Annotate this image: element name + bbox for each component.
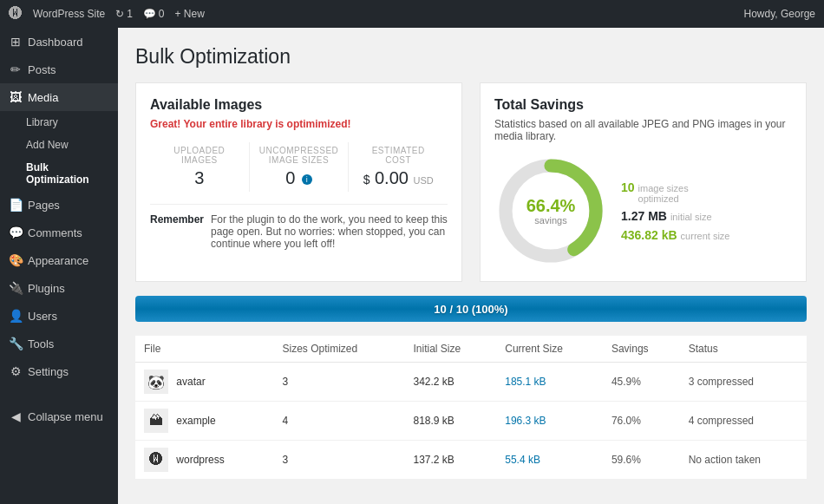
sidebar-media-submenu: Library Add New Bulk Optimization bbox=[0, 111, 118, 191]
sidebar-item-pages[interactable]: 📄 Pages bbox=[0, 191, 118, 219]
cell-status: No action taken bbox=[680, 441, 807, 480]
sidebar-item-label: Plugins bbox=[28, 282, 65, 295]
cell-initial-size: 342.2 kB bbox=[405, 363, 497, 402]
available-images-success: Great! Your entire library is optimimize… bbox=[150, 118, 448, 130]
dashboard-icon: ⊞ bbox=[9, 35, 23, 49]
uncompressed-stat: UNCOMPRESSEDIMAGE SIZES 0 i bbox=[250, 142, 350, 192]
sidebar-subitem-add-new[interactable]: Add New bbox=[0, 134, 118, 156]
sidebar-item-label: Media bbox=[28, 91, 58, 104]
initial-size-row: 1.27 MB initial size bbox=[621, 209, 729, 223]
current-size-desc: current size bbox=[681, 231, 730, 241]
cell-file: 🏔 example bbox=[135, 402, 274, 441]
col-sizes-optimized: Sizes Optimized bbox=[274, 336, 405, 363]
cell-sizes-optimized: 3 bbox=[274, 441, 405, 480]
table-header: File Sizes Optimized Initial Size Curren… bbox=[135, 336, 807, 363]
sidebar-item-tools[interactable]: 🔧 Tools bbox=[0, 330, 118, 357]
col-initial-size: Initial Size bbox=[405, 336, 497, 363]
uploaded-images-stat: UPLOADEDIMAGES 3 bbox=[150, 142, 250, 192]
total-savings-subtext: Statistics based on all available JPEG a… bbox=[494, 118, 792, 142]
sidebar-item-settings[interactable]: ⚙ Settings bbox=[0, 357, 118, 385]
col-status: Status bbox=[680, 336, 807, 363]
tools-icon: 🔧 bbox=[9, 337, 23, 350]
sidebar-item-label: Dashboard bbox=[28, 36, 83, 49]
total-savings-panel: Total Savings Statistics based on all av… bbox=[480, 82, 807, 282]
col-current-size: Current Size bbox=[496, 336, 603, 363]
progress-text: 10 / 10 (100%) bbox=[434, 303, 507, 316]
comments-bubble-icon: 💬 bbox=[143, 8, 156, 20]
site-name[interactable]: WordPress Site bbox=[33, 8, 105, 20]
comments-icon: 💬 bbox=[9, 226, 23, 239]
appearance-icon: 🎨 bbox=[9, 253, 23, 267]
progress-bar: 10 / 10 (100%) bbox=[135, 296, 807, 322]
col-file: File bbox=[135, 336, 274, 363]
sidebar-item-users[interactable]: 👤 Users bbox=[0, 302, 118, 330]
sidebar-item-label: Posts bbox=[28, 63, 56, 76]
sidebar-item-posts[interactable]: ✏ Posts bbox=[0, 56, 118, 83]
sidebar-item-appearance[interactable]: 🎨 Appearance bbox=[0, 246, 118, 274]
cell-savings: 76.0% bbox=[603, 402, 680, 441]
table-row: 🏔 example 4 818.9 kB 196.3 kB 76.0% 4 co… bbox=[135, 402, 807, 441]
image-stats-row: UPLOADEDIMAGES 3 UNCOMPRESSEDIMAGE SIZES… bbox=[150, 142, 448, 192]
remember-row: Remember For the plugin to do the work, … bbox=[150, 204, 448, 250]
sidebar: ⊞ Dashboard ✏ Posts 🖼 Media Library Add … bbox=[0, 28, 118, 504]
updates-item[interactable]: ↻ 1 bbox=[115, 8, 133, 20]
cell-current-size: 185.1 kB bbox=[496, 363, 603, 402]
collapse-icon: ◀ bbox=[9, 409, 23, 423]
file-name: avatar bbox=[176, 376, 205, 388]
available-images-panel: Available Images Great! Your entire libr… bbox=[135, 82, 462, 282]
cell-initial-size: 137.2 kB bbox=[405, 441, 497, 480]
col-savings: Savings bbox=[603, 336, 680, 363]
sidebar-item-comments[interactable]: 💬 Comments bbox=[0, 219, 118, 246]
wp-logo-icon: 🅦 bbox=[9, 6, 23, 22]
available-images-heading: Available Images bbox=[150, 97, 448, 113]
estimated-cost-value: $ 0.00 USD bbox=[356, 168, 441, 188]
sidebar-collapse-button[interactable]: ◀ Collapse menu bbox=[0, 403, 118, 430]
sizes-optimized-value: 10 bbox=[621, 180, 635, 194]
media-icon: 🖼 bbox=[9, 90, 23, 104]
cell-file: 🐼 avatar bbox=[135, 363, 274, 402]
table-row: 🅦 wordpress 3 137.2 kB 55.4 kB 59.6% No … bbox=[135, 441, 807, 480]
cell-status: 4 compressed bbox=[680, 402, 807, 441]
sidebar-item-label: Settings bbox=[28, 365, 69, 378]
sidebar-item-label: Users bbox=[28, 310, 57, 323]
comments-item[interactable]: 💬 0 bbox=[143, 8, 165, 20]
optimization-table: File Sizes Optimized Initial Size Curren… bbox=[135, 336, 807, 480]
sidebar-item-label: Appearance bbox=[28, 254, 88, 267]
new-button[interactable]: + New bbox=[175, 8, 205, 20]
donut-label: savings bbox=[526, 215, 576, 226]
pages-icon: 📄 bbox=[9, 198, 23, 212]
topbar: 🅦 WordPress Site ↻ 1 💬 0 + New Howdy, Ge… bbox=[0, 0, 824, 28]
page-title: Bulk Optimization bbox=[135, 45, 807, 69]
remember-text: For the plugin to do the work, you need … bbox=[211, 213, 448, 250]
sidebar-item-dashboard[interactable]: ⊞ Dashboard bbox=[0, 28, 118, 56]
cell-status: 3 compressed bbox=[680, 363, 807, 402]
sidebar-subitem-library[interactable]: Library bbox=[0, 111, 118, 134]
sizes-optimized-desc: image sizesoptimized bbox=[638, 183, 689, 204]
savings-numbers: 10 image sizesoptimized 1.27 MB initial … bbox=[621, 180, 729, 242]
info-icon[interactable]: i bbox=[302, 174, 312, 185]
file-thumb-icon: 🐼 bbox=[144, 370, 168, 394]
uncompressed-value: 0 i bbox=[257, 168, 342, 188]
cell-file: 🅦 wordpress bbox=[135, 441, 274, 480]
donut-percentage: 66.4% bbox=[526, 196, 576, 215]
estimated-cost-label: ESTIMATEDCOST bbox=[356, 146, 441, 165]
posts-icon: ✏ bbox=[9, 62, 23, 76]
updates-icon: ↻ bbox=[115, 8, 124, 20]
uncompressed-label: UNCOMPRESSEDIMAGE SIZES bbox=[257, 146, 342, 165]
total-savings-heading: Total Savings bbox=[494, 97, 792, 113]
table-body: 🐼 avatar 3 342.2 kB 185.1 kB 45.9% 3 com… bbox=[135, 363, 807, 480]
current-size-value: 436.82 kB bbox=[621, 228, 677, 242]
estimated-cost-stat: ESTIMATEDCOST $ 0.00 USD bbox=[349, 142, 448, 192]
savings-stats: 66.4% savings 10 image sizesoptimized 1.… bbox=[494, 154, 792, 267]
uploaded-value: 3 bbox=[157, 168, 242, 188]
uploaded-label: UPLOADEDIMAGES bbox=[157, 146, 242, 165]
sidebar-subitem-bulk-optimization[interactable]: Bulk Optimization bbox=[0, 156, 118, 191]
cell-initial-size: 818.9 kB bbox=[405, 402, 497, 441]
table-row: 🐼 avatar 3 342.2 kB 185.1 kB 45.9% 3 com… bbox=[135, 363, 807, 402]
cell-savings: 45.9% bbox=[603, 363, 680, 402]
plugins-icon: 🔌 bbox=[9, 281, 23, 295]
sidebar-item-plugins[interactable]: 🔌 Plugins bbox=[0, 274, 118, 302]
donut-chart: 66.4% savings bbox=[494, 154, 607, 267]
sidebar-item-label: Pages bbox=[28, 199, 60, 212]
sidebar-item-media[interactable]: 🖼 Media bbox=[0, 83, 118, 111]
